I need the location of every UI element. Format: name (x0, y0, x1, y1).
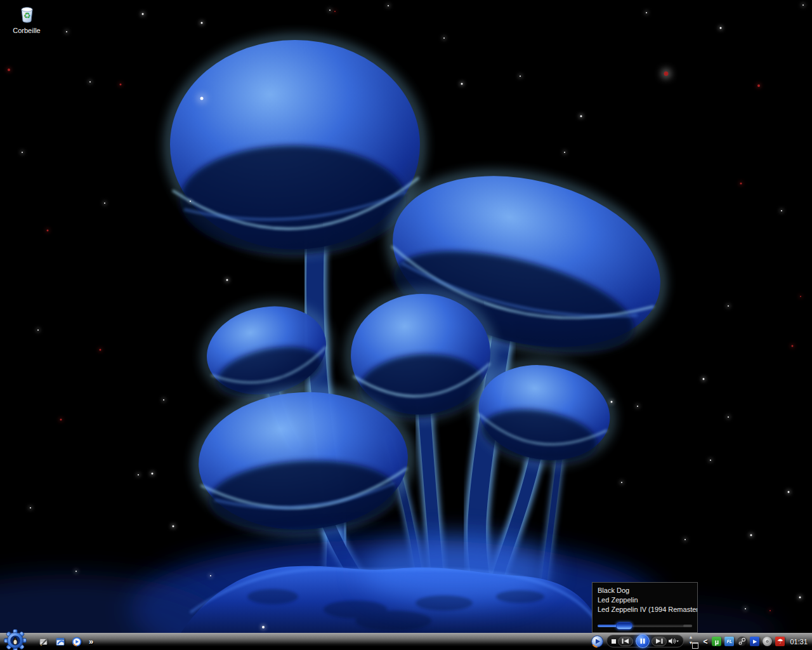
previous-button[interactable] (618, 637, 633, 646)
start-button[interactable] (3, 629, 28, 650)
quick-launch-bar: » (38, 633, 95, 650)
next-button[interactable] (652, 637, 667, 646)
show-desktop-icon (39, 637, 49, 647)
track-album: Led Zeppelin IV (1994 Remaster (598, 605, 693, 614)
media-player-launch-button[interactable] (71, 636, 82, 647)
disc-tray-icon[interactable] (763, 637, 772, 646)
taskbar-clock[interactable]: 01:31 (790, 638, 808, 646)
track-artist: Led Zeppelin (598, 595, 693, 605)
recycle-bin-label: Corbeille (13, 27, 40, 34)
neon-mushrooms-wallpaper (0, 0, 812, 650)
disc-center-icon (763, 637, 771, 646)
band-restore-button[interactable] (692, 642, 698, 649)
chevron-up-icon: ▲ (689, 635, 693, 639)
recycle-bin-icon: ♻ (16, 4, 37, 24)
seek-slider[interactable] (598, 624, 692, 628)
now-playing-popup: Black Dog Led Zeppelin Led Zeppelin IV (… (592, 582, 698, 633)
recycle-bin-desktop-icon[interactable]: ♻ Corbeille (6, 4, 47, 36)
seek-track-end (683, 625, 692, 627)
avira-tray-icon[interactable]: ☂ (775, 637, 785, 646)
gear-start-icon (3, 629, 28, 650)
pause-icon (639, 638, 646, 644)
tray-collapse-chevron[interactable]: < (703, 637, 707, 646)
fl-studio-tray-icon[interactable]: FL (724, 637, 734, 646)
track-title: Black Dog (598, 586, 693, 595)
svg-text:♻: ♻ (23, 11, 31, 20)
quick-launch-overflow-chevron[interactable]: » (88, 637, 95, 646)
media-playing-tray-icon[interactable]: ▶ (750, 637, 759, 646)
progress-thumb[interactable] (616, 622, 632, 630)
media-controls (606, 635, 684, 647)
system-tray: < µ FL ▶ (703, 633, 812, 650)
media-player-taskband: ▲ ▼ (589, 633, 700, 650)
volume-button[interactable] (668, 637, 679, 645)
media-player-icon (72, 637, 82, 647)
volume-icon (668, 637, 679, 645)
steam-tray-icon[interactable] (737, 637, 747, 646)
wmp-logo-icon (591, 635, 604, 648)
pause-button[interactable] (636, 634, 650, 648)
utorrent-tray-icon[interactable]: µ (712, 637, 721, 646)
quick-launch-app-button[interactable] (55, 636, 65, 647)
taskbar: » (0, 633, 812, 650)
show-desktop-button[interactable] (38, 636, 49, 647)
app-window-icon (55, 637, 65, 647)
stop-icon (611, 639, 617, 644)
previous-icon (621, 638, 630, 644)
stop-button[interactable] (611, 639, 617, 644)
desktop: ♻ Corbeille Black Dog Led Zeppelin Led Z… (0, 0, 812, 650)
steam-piston-icon (738, 637, 746, 646)
next-icon (655, 638, 664, 644)
